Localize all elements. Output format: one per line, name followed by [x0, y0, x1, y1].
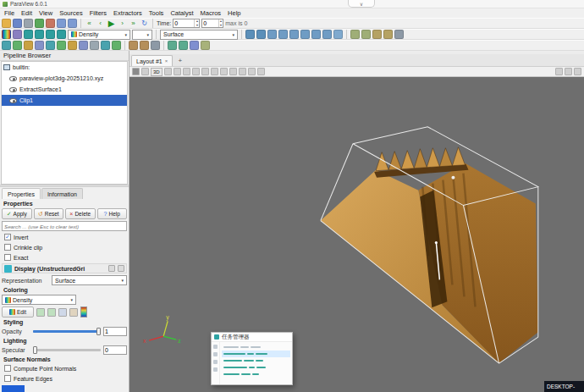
slice-filter-icon[interactable]: [35, 41, 44, 50]
eye-visibility-icon[interactable]: [9, 76, 17, 81]
next-frame-icon[interactable]: ›: [118, 19, 127, 28]
toggle-color-legend-icon[interactable]: [2, 30, 11, 39]
generate-ids-icon[interactable]: [190, 41, 199, 50]
crinkle-clip-checkbox[interactable]: [4, 244, 11, 251]
partial-bottom-row[interactable]: Feature Edges: [2, 374, 127, 383]
save-screenshot-icon[interactable]: [24, 19, 33, 28]
menu-file[interactable]: File: [4, 9, 14, 17]
help-button[interactable]: ?Help: [97, 208, 128, 219]
interactive-select-cells-icon[interactable]: [220, 68, 228, 75]
hover-points-icon[interactable]: [248, 68, 256, 75]
previous-frame-icon[interactable]: ‹: [96, 19, 105, 28]
frame-input[interactable]: [202, 19, 218, 27]
specular-input[interactable]: [104, 346, 126, 354]
tm-process-row[interactable]: [222, 371, 290, 378]
threshold-filter-icon[interactable]: [46, 41, 55, 50]
frame-value-spinbox[interactable]: ▲▼: [201, 19, 223, 28]
taskbar-start-button[interactable]: [2, 385, 25, 392]
spin-down-icon[interactable]: ▼: [219, 24, 223, 28]
reset-center-icon[interactable]: [394, 30, 404, 39]
menu-tools[interactable]: Tools: [149, 9, 164, 17]
menu-sources[interactable]: Sources: [59, 9, 83, 17]
maximize-view-icon[interactable]: [574, 68, 581, 75]
warp-by-vector-filter-icon[interactable]: [90, 41, 99, 50]
pipeline-item-source[interactable]: paraview-plot3dg-20251210.xyz: [2, 73, 127, 84]
split-vertical-icon[interactable]: [565, 68, 572, 75]
menu-edit[interactable]: Edit: [21, 9, 32, 17]
pipeline-tree[interactable]: builtin: paraview-plot3dg-20251210.xyz E…: [1, 61, 128, 185]
particle-tracer-icon[interactable]: [140, 41, 149, 50]
display-section-header[interactable]: Display (UnstructuredGri: [2, 263, 127, 273]
crinkle-clip-row[interactable]: Crinkle clip: [2, 243, 127, 251]
save-data-icon[interactable]: [13, 19, 22, 28]
tab-layout-1[interactable]: Layout #1 ×: [131, 55, 173, 66]
clip-filter-icon[interactable]: [24, 41, 33, 50]
rotate-90-cw-icon[interactable]: [350, 30, 360, 39]
tetrahedralize-icon[interactable]: [179, 41, 188, 50]
camera-minus-z-icon[interactable]: [322, 30, 332, 39]
hover-cells-icon[interactable]: [239, 68, 246, 75]
gear-icon[interactable]: [108, 265, 115, 272]
tm-processes-icon[interactable]: [213, 345, 218, 349]
tm-performance-icon[interactable]: [213, 352, 218, 356]
split-horizontal-icon[interactable]: [555, 68, 563, 75]
rotate-90-ccw-icon[interactable]: [361, 30, 371, 39]
tab-information[interactable]: Information: [41, 188, 83, 199]
choose-preset-button[interactable]: [80, 306, 87, 317]
time-input[interactable]: [174, 19, 194, 27]
loop-icon[interactable]: ↻: [140, 19, 149, 28]
representation-select[interactable]: Surface ▾: [52, 275, 127, 285]
open-file-icon[interactable]: [2, 19, 11, 28]
menu-view[interactable]: View: [39, 9, 52, 17]
compute-point-normals-checkbox[interactable]: [4, 365, 11, 372]
exact-row[interactable]: Exact: [2, 253, 127, 262]
pipeline-item-extract-surface[interactable]: ExtractSurface1: [2, 84, 127, 95]
extract-subset-filter-icon[interactable]: [57, 41, 66, 50]
pipeline-item-builtin[interactable]: builtin:: [2, 62, 127, 73]
camera-minus-y-icon[interactable]: [300, 30, 310, 39]
tm-history-icon[interactable]: [213, 360, 218, 364]
interactive-select-points-icon[interactable]: [229, 68, 237, 75]
pipeline-item-clip-selected[interactable]: Clip1: [2, 95, 127, 106]
camera-plus-z-icon[interactable]: [311, 30, 321, 39]
last-frame-icon[interactable]: »: [129, 19, 138, 28]
redo-icon[interactable]: [68, 19, 77, 28]
select-frustum-cells-icon[interactable]: [183, 68, 190, 75]
render-scene[interactable]: x y z: [129, 77, 584, 392]
center-axes-visibility-icon[interactable]: [372, 30, 382, 39]
representation-combo[interactable]: Surface ▾: [160, 30, 238, 40]
apply-button[interactable]: ✓Apply: [2, 208, 32, 219]
zoom-box-icon[interactable]: [257, 68, 265, 75]
rescale-data-range-button[interactable]: [36, 308, 45, 317]
contour-filter-icon[interactable]: [13, 41, 22, 50]
menu-catalyst[interactable]: Catalyst: [170, 9, 193, 17]
camera-icon[interactable]: [118, 265, 124, 272]
extract-group-filter-icon[interactable]: [112, 41, 121, 50]
invert-row[interactable]: ✓ Invert: [2, 233, 127, 241]
rescale-visible-range-icon[interactable]: [57, 30, 66, 39]
tab-properties[interactable]: Properties: [2, 188, 41, 199]
measurement-icon[interactable]: [201, 41, 210, 50]
compute-point-normals-row[interactable]: Compute Point Normals: [2, 364, 127, 373]
camera-minus-x-icon[interactable]: [278, 30, 288, 39]
delete-button[interactable]: ×Delete: [65, 208, 96, 219]
menu-filters[interactable]: Filters: [90, 9, 107, 17]
isometric-view-icon[interactable]: [333, 30, 343, 39]
rescale-visible-button[interactable]: [69, 308, 78, 317]
pick-center-icon[interactable]: [383, 30, 393, 39]
temporal-interpolator-icon[interactable]: [129, 41, 138, 50]
server-disconnect-icon[interactable]: [46, 19, 55, 28]
server-connect-icon[interactable]: [35, 19, 44, 28]
partial-checkbox[interactable]: [4, 375, 11, 382]
glyph-filter-icon[interactable]: [68, 41, 77, 50]
select-polygon-cells-icon[interactable]: [201, 68, 209, 75]
tm-process-row[interactable]: [222, 364, 290, 371]
coloring-select[interactable]: Density ▾: [2, 295, 76, 305]
overlay-chevron-button[interactable]: ∨: [348, 0, 375, 8]
play-icon[interactable]: ▶: [107, 19, 116, 28]
rescale-data-range-icon[interactable]: [24, 30, 33, 39]
tm-process-row[interactable]: [222, 357, 290, 364]
plane-widget-handle[interactable]: [435, 241, 438, 244]
select-surface-points-icon[interactable]: [174, 68, 181, 75]
rescale-custom-range-icon[interactable]: [35, 30, 44, 39]
